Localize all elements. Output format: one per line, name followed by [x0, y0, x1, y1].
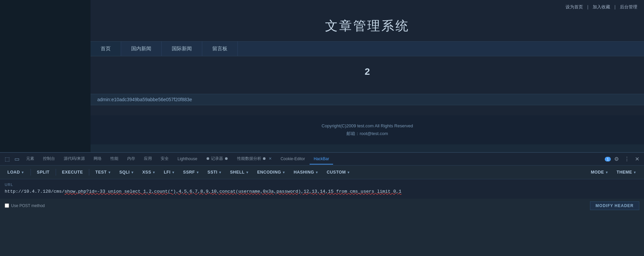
devtools-tabs: ⬚ ▭ 元素 控制台 源代码/来源 网络 性能 内存 应用 安全 Lightho… [0, 153, 644, 166]
tab-memory[interactable]: 内存 [123, 153, 139, 165]
nav-item-domestic[interactable]: 国内新闻 [121, 42, 162, 56]
add-bookmark-link[interactable]: 加入收藏 [593, 4, 610, 10]
shell-button[interactable]: SHELL ▼ [227, 168, 253, 176]
tab-elements[interactable]: 元素 [22, 153, 38, 165]
toolbar-separator-2 [56, 169, 56, 176]
ssti-button[interactable]: SSTI ▼ [204, 168, 225, 176]
inspect-icon[interactable]: ⬚ [3, 154, 12, 164]
custom-arrow-icon: ▼ [347, 171, 350, 174]
devtools-badge: 1 [605, 157, 611, 162]
theme-arrow-icon: ▼ [633, 171, 637, 174]
device-icon[interactable]: ▭ [12, 154, 21, 164]
site-nav: 首页 国内新闻 国际新闻 留言板 [91, 41, 644, 56]
tab-performance[interactable]: 性能 [106, 153, 122, 165]
footer-email: 邮箱：root@test.com [97, 130, 637, 137]
top-links: 设为首页 ｜ 加入收藏 ｜ 后台管理 [91, 0, 644, 14]
execute-button[interactable]: EXECUTE [59, 168, 87, 176]
sqli-button[interactable]: SQLI ▼ [116, 168, 138, 176]
hackbar-right-buttons: MODE ▼ THEME ▼ [587, 168, 640, 176]
hackbar-bottom: Use POST method MODIFY HEADER [0, 199, 644, 213]
tab-close-icon[interactable]: ✕ [269, 156, 272, 161]
devtools-panel: ⬚ ▭ 元素 控制台 源代码/来源 网络 性能 内存 应用 安全 Lightho… [0, 152, 644, 256]
tab-console[interactable]: 控制台 [39, 153, 59, 165]
tab-sources[interactable]: 源代码/来源 [60, 153, 89, 165]
test-arrow-icon: ▼ [108, 171, 111, 174]
site-header: 文章管理系统 [91, 14, 644, 41]
sqli-arrow-icon: ▼ [131, 171, 134, 174]
mode-arrow-icon: ▼ [605, 171, 608, 174]
toolbar-separator-1 [31, 169, 31, 176]
post-method-label[interactable]: Use POST method [5, 203, 45, 208]
page-hash: admin:e10adc3949ba59abbe56e057f20f883e [91, 94, 644, 105]
close-devtools-icon[interactable]: ✕ [633, 154, 641, 164]
nav-item-home[interactable]: 首页 [91, 42, 121, 56]
tab-cookie-editor[interactable]: Cookie-Editor [276, 154, 309, 165]
encoding-arrow-icon: ▼ [282, 171, 285, 174]
devtools-right-controls: 1 ⚙ ⋮ ✕ [605, 154, 641, 164]
split-button[interactable]: SPLIT [34, 168, 53, 176]
ssrf-arrow-icon: ▼ [196, 171, 199, 174]
hackbar-url-area: URL http://10.4.7.128/cms/show.php?id=-3… [0, 179, 644, 199]
mode-button[interactable]: MODE ▼ [587, 168, 612, 176]
tab-lighthouse[interactable]: Lighthouse [173, 154, 201, 165]
ssti-arrow-icon: ▼ [218, 171, 222, 174]
url-display[interactable]: http://10.4.7.128/cms/show.php?id=-33 un… [5, 188, 639, 195]
footer-copyright: Copyright(C)2009 test.com All Rights Res… [97, 122, 637, 130]
site-title: 文章管理系统 [325, 17, 410, 35]
hackbar-toolbar: LOAD ▼ SPLIT EXECUTE TEST ▼ SQLI ▼ XSS ▼… [0, 166, 644, 179]
toolbar-separator-3 [89, 169, 89, 176]
page-content: 设为首页 ｜ 加入收藏 ｜ 后台管理 文章管理系统 首页 国内新闻 国际新闻 留… [91, 0, 644, 144]
theme-button[interactable]: THEME ▼ [613, 168, 640, 176]
more-icon[interactable]: ⋮ [622, 154, 632, 164]
url-label: URL [5, 183, 639, 187]
test-button[interactable]: TEST ▼ [92, 168, 114, 176]
recorder-icon: ⏺ [206, 156, 210, 161]
tab-recorder[interactable]: ⏺ 记录器 ⏺ [202, 153, 232, 165]
shell-arrow-icon: ▼ [246, 171, 249, 174]
page-main: 2 [91, 56, 644, 94]
hashing-button[interactable]: HASHING ▼ [290, 168, 322, 176]
tab-application[interactable]: 应用 [140, 153, 156, 165]
xss-button[interactable]: XSS ▼ [139, 168, 159, 176]
url-path-underlined: show.php?id=-33 union select 1,2,count(*… [64, 189, 401, 194]
modify-header-button[interactable]: MODIFY HEADER [590, 201, 639, 210]
lfi-button[interactable]: LFI ▼ [160, 168, 178, 176]
page-number: 2 [91, 66, 644, 77]
load-button[interactable]: LOAD ▼ [4, 168, 28, 176]
post-method-checkbox[interactable] [5, 203, 9, 208]
encoding-button[interactable]: ENCODING ▼ [254, 168, 289, 176]
load-arrow-icon: ▼ [21, 171, 24, 174]
url-base: http://10.4.7.128/cms/ [5, 189, 64, 194]
tab-network[interactable]: 网络 [90, 153, 106, 165]
admin-link[interactable]: 后台管理 [620, 4, 637, 10]
settings-icon[interactable]: ⚙ [612, 154, 621, 164]
tab-security[interactable]: 安全 [157, 153, 173, 165]
lfi-arrow-icon: ▼ [171, 171, 175, 174]
xss-arrow-icon: ▼ [152, 171, 156, 174]
custom-button[interactable]: CUSTOM ▼ [323, 168, 354, 176]
site-footer: Copyright(C)2009 test.com All Rights Res… [91, 115, 644, 144]
tab-performance-insights[interactable]: 性能数据分析 ⏺ ✕ [233, 153, 276, 165]
nav-item-international[interactable]: 国际新闻 [162, 42, 202, 56]
ssrf-button[interactable]: SSRF ▼ [180, 168, 203, 176]
nav-item-guestbook[interactable]: 留言板 [202, 42, 238, 56]
hashing-arrow-icon: ▼ [315, 171, 319, 174]
tab-hackbar[interactable]: HackBar [310, 154, 333, 165]
set-homepage-link[interactable]: 设为首页 [566, 4, 583, 10]
